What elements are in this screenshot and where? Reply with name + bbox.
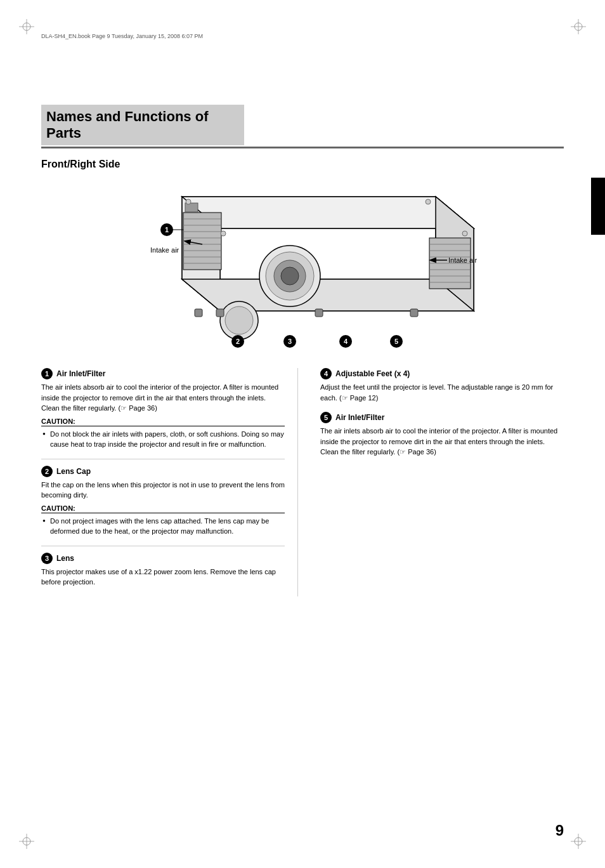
main-content: Names and Functions of Parts Front/Right… — [41, 48, 564, 596]
svg-text:Intake air: Intake air — [448, 256, 478, 264]
svg-rect-20 — [183, 213, 221, 270]
part-header-3: 3 Lens — [41, 553, 285, 564]
part-title-4: Adjustable Feet (x 4) — [335, 369, 410, 378]
svg-point-51 — [221, 231, 226, 236]
caution-header-1: CAUTION: — [41, 418, 285, 426]
part-number-4: 4 — [320, 368, 332, 379]
part-desc-2: Fit the cap on the lens when this projec… — [41, 480, 285, 501]
svg-point-48 — [186, 199, 191, 204]
part-entry-4: 4 Adjustable Feet (x 4) Adjust the feet … — [320, 368, 564, 403]
corner-mark-tl — [19, 19, 34, 34]
part-header-5: 5 Air Inlet/Filter — [320, 412, 564, 423]
col-left: 1 Air Inlet/Filter The air inlets absorb… — [41, 368, 298, 596]
part-title-5: Air Inlet/Filter — [335, 413, 384, 422]
projector-diagram: 1 2 3 4 5 Intake air — [41, 178, 564, 355]
corner-mark-bl — [19, 834, 34, 849]
svg-rect-46 — [410, 309, 418, 317]
svg-point-32 — [281, 267, 299, 285]
part-number-1: 1 — [41, 368, 53, 379]
part-entry-3: 3 Lens This projector makes use of a x1.… — [41, 553, 285, 588]
part-desc-3: This projector makes use of a x1.22 powe… — [41, 567, 285, 588]
part-header-2: 2 Lens Cap — [41, 466, 285, 477]
file-info-text: DLA-SH4_EN.book Page 9 Tuesday, January … — [41, 33, 203, 39]
caution-item-1-0: Do not block the air inlets with papers,… — [41, 429, 285, 450]
title-box: Names and Functions of Parts — [41, 105, 244, 145]
caution-header-2: CAUTION: — [41, 504, 285, 513]
part-entry-1: 1 Air Inlet/Filter The air inlets absorb… — [41, 368, 285, 450]
part-desc-4: Adjust the feet until the projector is l… — [320, 382, 564, 403]
corner-mark-tr — [571, 19, 586, 34]
svg-text:4: 4 — [344, 338, 348, 345]
title-underline — [41, 147, 564, 148]
svg-rect-47 — [216, 309, 224, 317]
page-title: Names and Functions of Parts — [46, 109, 208, 141]
file-info: DLA-SH4_EN.book Page 9 Tuesday, January … — [41, 33, 203, 39]
part-desc-1: The air inlets absorb air to cool the in… — [41, 382, 285, 414]
page-container: DLA-SH4_EN.book Page 9 Tuesday, January … — [0, 0, 605, 868]
svg-text:Intake air: Intake air — [150, 246, 179, 254]
part-header-1: 1 Air Inlet/Filter — [41, 368, 285, 379]
svg-point-34 — [225, 306, 253, 334]
svg-text:5: 5 — [394, 338, 398, 345]
corner-mark-br — [571, 834, 586, 849]
svg-text:1: 1 — [165, 226, 169, 233]
part-header-4: 4 Adjustable Feet (x 4) — [320, 368, 564, 379]
svg-text:2: 2 — [236, 338, 240, 345]
svg-rect-45 — [315, 309, 323, 317]
part-title-1: Air Inlet/Filter — [56, 369, 105, 378]
part-divider-1 — [41, 459, 285, 459]
part-number-5: 5 — [320, 412, 332, 423]
part-number-2: 2 — [41, 466, 53, 477]
title-section: Names and Functions of Parts — [41, 105, 564, 148]
caution-item-2-0: Do not project images with the lens cap … — [41, 516, 285, 537]
part-number-3: 3 — [41, 553, 53, 564]
right-tab — [591, 178, 605, 235]
page-number: 9 — [556, 822, 564, 839]
diagram-area: 1 2 3 4 5 Intake air — [41, 178, 564, 355]
part-entry-5: 5 Air Inlet/Filter The air inlets absorb… — [320, 412, 564, 457]
parts-descriptions: 1 Air Inlet/Filter The air inlets absorb… — [41, 368, 564, 596]
svg-point-49 — [426, 199, 431, 204]
part-desc-5: The air inlets absorb air to cool the in… — [320, 426, 564, 457]
svg-text:3: 3 — [288, 338, 292, 345]
svg-point-50 — [462, 231, 467, 236]
svg-rect-44 — [195, 309, 202, 317]
part-title-2: Lens Cap — [56, 467, 91, 476]
part-divider-2 — [41, 546, 285, 546]
section-heading: Front/Right Side — [41, 159, 564, 170]
svg-rect-43 — [185, 203, 198, 212]
col-right: 4 Adjustable Feet (x 4) Adjust the feet … — [317, 368, 564, 596]
part-entry-2: 2 Lens Cap Fit the cap on the lens when … — [41, 466, 285, 537]
part-title-3: Lens — [56, 554, 74, 563]
